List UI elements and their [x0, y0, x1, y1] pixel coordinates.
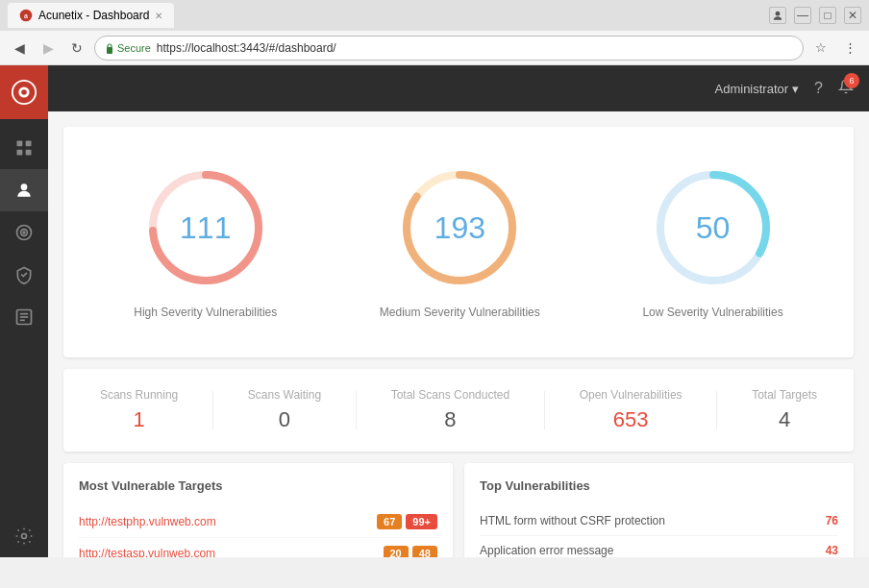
svg-text:a: a [24, 12, 28, 19]
gauges-row: 111 High Severity Vulnerabilities 193 [83, 150, 834, 334]
open-vulns-value: 653 [613, 407, 649, 432]
vuln-row: Application error message 43 [480, 536, 838, 557]
svg-point-14 [23, 232, 25, 233]
target-row: http://testasp.vulnweb.com 20 48 [79, 538, 437, 557]
forward-button[interactable]: ▶ [37, 37, 60, 60]
svg-point-19 [22, 534, 27, 539]
badge-high-1: 67 [377, 514, 402, 529]
sidebar [0, 65, 48, 557]
top-vulnerabilities-title: Top Vulnerabilities [480, 478, 838, 493]
user-dropdown-icon: ▾ [792, 82, 799, 96]
stats-row: Scans Running 1 Scans Waiting 0 Total Sc… [83, 388, 834, 432]
total-targets-label: Total Targets [752, 388, 817, 402]
low-severity-label: Low Severity Vulnerabilities [642, 306, 782, 319]
browser-chrome: a Acunetix - Dashboard ✕ — □ ✕ ◀ ▶ ↻ Sec… [0, 0, 869, 65]
more-button[interactable]: ⋮ [838, 37, 861, 60]
total-scans-label: Total Scans Conducted [391, 388, 509, 402]
top-vulnerabilities-card: Top Vulnerabilities HTML form without CS… [464, 463, 854, 557]
badge-med-2: 48 [412, 546, 437, 557]
medium-severity-gauge: 193 Medium Severity Vulnerabilities [380, 165, 540, 319]
stat-divider-3 [544, 391, 545, 429]
high-severity-gauge: 111 High Severity Vulnerabilities [134, 165, 277, 319]
url-text: https://localhost:3443/#/dashboard/ [157, 41, 336, 55]
svg-point-2 [776, 12, 781, 16]
notification-badge: 6 [844, 73, 859, 88]
svg-rect-9 [17, 150, 23, 156]
main-content: Administrator ▾ ? 6 [48, 65, 869, 557]
medium-gauge-circle: 193 [397, 165, 522, 290]
svg-point-11 [21, 184, 28, 190]
badge-high-2: 20 [384, 546, 409, 557]
browser-tab[interactable]: a Acunetix - Dashboard ✕ [8, 3, 174, 28]
stat-total-targets: Total Targets 4 [752, 388, 817, 432]
scans-waiting-value: 0 [279, 407, 290, 432]
minimize-button[interactable]: — [794, 7, 811, 24]
medium-severity-value: 193 [434, 210, 485, 246]
stat-open-vulns: Open Vulnerabilities 653 [580, 388, 683, 432]
sidebar-nav [0, 119, 48, 557]
scans-running-value: 1 [133, 407, 144, 432]
vuln-name-2: Application error message [480, 544, 826, 557]
vulnerable-targets-title: Most Vulnerable Targets [79, 478, 437, 493]
dashboard-content: 111 High Severity Vulnerabilities 193 [48, 111, 869, 557]
svg-rect-7 [17, 141, 23, 147]
svg-rect-3 [107, 47, 112, 54]
refresh-button[interactable]: ↻ [65, 37, 88, 60]
back-button[interactable]: ◀ [8, 37, 31, 60]
scans-running-label: Scans Running [100, 388, 178, 402]
bookmark-button[interactable]: ☆ [809, 37, 832, 60]
address-bar[interactable]: Secure https://localhost:3443/#/dashboar… [94, 36, 804, 61]
app-header: Administrator ▾ ? 6 [48, 65, 869, 111]
low-severity-gauge: 50 Low Severity Vulnerabilities [642, 165, 782, 319]
sidebar-item-settings[interactable] [0, 515, 48, 557]
user-icon[interactable] [769, 7, 786, 24]
scans-waiting-label: Scans Waiting [248, 388, 321, 402]
sidebar-item-vulnerabilities[interactable] [0, 254, 48, 296]
secure-badge: Secure [105, 42, 151, 54]
stats-card: Scans Running 1 Scans Waiting 0 Total Sc… [63, 369, 854, 452]
medium-severity-label: Medium Severity Vulnerabilities [380, 306, 540, 319]
stat-divider-4 [716, 391, 717, 429]
window-controls: — □ ✕ [769, 7, 861, 24]
help-button[interactable]: ? [814, 80, 823, 97]
vulnerable-targets-card: Most Vulnerable Targets http://testphp.v… [63, 463, 453, 557]
sidebar-item-reports[interactable] [0, 296, 48, 338]
sidebar-item-dashboard[interactable] [0, 127, 48, 169]
severity-card: 111 High Severity Vulnerabilities 193 [63, 127, 854, 357]
target-link-1[interactable]: http://testphp.vulnweb.com [79, 515, 369, 528]
stat-scans-running: Scans Running 1 [100, 388, 178, 432]
favicon-icon: a [19, 9, 33, 22]
vuln-count-2: 43 [826, 544, 838, 557]
target-link-2[interactable]: http://testasp.vulnweb.com [79, 547, 376, 557]
nav-bar: ◀ ▶ ↻ Secure https://localhost:3443/#/da… [0, 31, 869, 65]
vuln-row: HTML form without CSRF protection 76 [480, 506, 838, 536]
app: Administrator ▾ ? 6 [0, 65, 869, 557]
vuln-name-1: HTML form without CSRF protection [480, 514, 826, 527]
tab-close-button[interactable]: ✕ [155, 11, 162, 21]
low-severity-value: 50 [696, 210, 731, 246]
high-severity-label: High Severity Vulnerabilities [134, 306, 277, 319]
high-gauge-circle: 111 [143, 165, 268, 290]
logo-icon [11, 79, 37, 106]
stat-scans-waiting: Scans Waiting 0 [248, 388, 321, 432]
notifications-button[interactable]: 6 [838, 79, 854, 98]
close-button[interactable]: ✕ [844, 7, 861, 24]
total-targets-value: 4 [779, 407, 790, 432]
stat-total-scans: Total Scans Conducted 8 [391, 388, 509, 432]
maximize-button[interactable]: □ [819, 7, 836, 24]
high-severity-value: 111 [180, 210, 231, 246]
badge-med-1: 99+ [406, 514, 437, 529]
svg-point-6 [21, 89, 27, 95]
user-menu[interactable]: Administrator ▾ [715, 82, 800, 96]
sidebar-item-targets[interactable] [0, 169, 48, 211]
open-vulns-label: Open Vulnerabilities [580, 388, 683, 402]
title-bar: a Acunetix - Dashboard ✕ — □ ✕ [0, 0, 869, 31]
svg-rect-8 [26, 141, 32, 147]
bottom-row: Most Vulnerable Targets http://testphp.v… [63, 463, 854, 557]
target-badges-1: 67 99+ [377, 514, 437, 529]
sidebar-item-scans[interactable] [0, 211, 48, 254]
target-row: http://testphp.vulnweb.com 67 99+ [79, 506, 437, 538]
app-logo[interactable] [0, 65, 48, 119]
low-gauge-circle: 50 [651, 165, 776, 290]
vuln-count-1: 76 [826, 514, 838, 527]
